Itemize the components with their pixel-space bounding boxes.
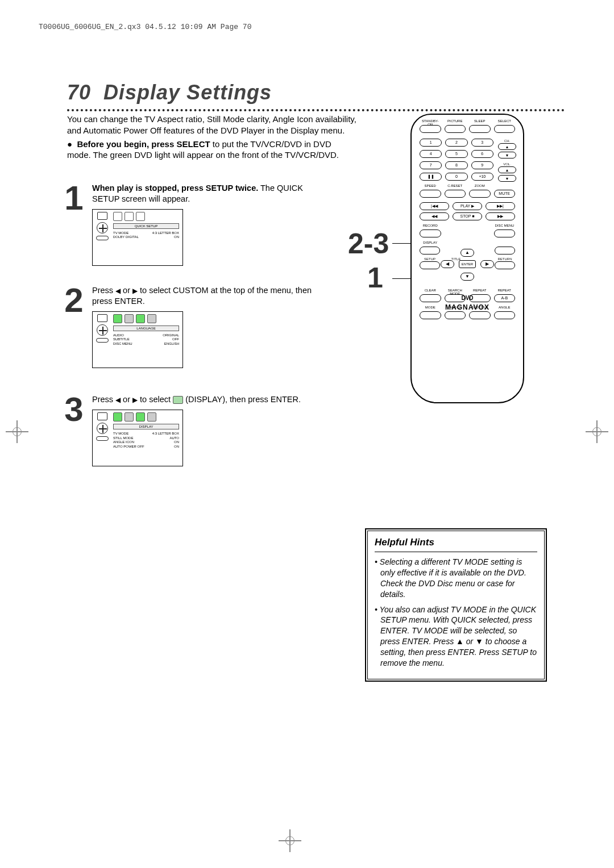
registration-mark-icon: [279, 829, 301, 852]
tv-icon: [97, 314, 107, 322]
title-divider: [67, 107, 565, 111]
record-button[interactable]: [420, 229, 441, 237]
nav-cross-icon: [97, 222, 108, 233]
s2-r2-r: OFF: [172, 337, 179, 342]
standby-button[interactable]: [420, 125, 441, 133]
display-screen: DISPLAY TV MODE4:3 LETTER BOX STILL MODE…: [92, 410, 183, 466]
num-4[interactable]: 4: [420, 150, 442, 158]
hint-2-text: You also can adjust TV MODE in the QUICK…: [380, 605, 537, 667]
bullet-icon: ●: [67, 139, 74, 150]
registration-mark-icon: [586, 420, 608, 443]
s1-row1-r: 4:3 LETTER BOX: [152, 231, 179, 236]
play-button[interactable]: PLAY ▶: [453, 202, 482, 210]
rewind-button[interactable]: ◀◀: [420, 212, 449, 220]
tv-icon: [97, 412, 107, 420]
num-0[interactable]: 0: [445, 173, 467, 181]
num-1[interactable]: 1: [420, 139, 442, 147]
s1-row2-r: ON: [174, 235, 179, 240]
dpad-left[interactable]: ◀: [441, 260, 454, 268]
angle-button[interactable]: [494, 311, 516, 319]
tab-display-icon: [125, 314, 134, 323]
blank-right-button[interactable]: [495, 247, 515, 254]
remote-body: STANDBY-ON PICTURE SLEEP SELECT 1 2 3 4 …: [410, 114, 524, 403]
triangle-left-icon: [115, 286, 121, 295]
label-setup: SETUP: [420, 257, 440, 261]
intro-paragraph: You can change the TV Aspect ratio, Stil…: [67, 114, 357, 136]
mute-button[interactable]: MUTE: [494, 190, 516, 198]
label-zoom: ZOOM: [469, 184, 491, 187]
num-9[interactable]: 9: [471, 161, 493, 169]
creset-button[interactable]: [445, 190, 466, 198]
s3-r4-l: AUTO POWER OFF: [113, 445, 144, 449]
s2-r3-l: DISC MENU: [113, 342, 132, 347]
step-number-1: 1: [57, 178, 91, 218]
callout-step-1: 1: [367, 261, 383, 294]
sleep-button[interactable]: [469, 125, 491, 133]
step3-pre: Press: [92, 395, 115, 404]
picture-button[interactable]: [445, 125, 466, 133]
num-2[interactable]: 2: [445, 139, 467, 147]
return-icon: [96, 236, 109, 240]
prev-track-button[interactable]: |◀◀: [420, 202, 449, 210]
ffwd-button[interactable]: ▶▶: [486, 212, 515, 220]
dpad-up[interactable]: ▲: [460, 249, 474, 257]
next-track-button[interactable]: ▶▶|: [486, 202, 515, 210]
label-disc-menu: DISC MENU: [494, 224, 516, 227]
hint-item: • Selecting a different TV MODE setting …: [375, 557, 537, 600]
s2-r1-r: ORIGINAL: [163, 333, 179, 338]
select-button[interactable]: [494, 125, 516, 133]
zoom-button[interactable]: [469, 190, 491, 198]
subtitle-button[interactable]: [469, 311, 491, 319]
label-display: DISPLAY: [420, 241, 441, 244]
step1-bold: When play is stopped, press SETUP twice.: [92, 183, 258, 193]
stop-button[interactable]: STOP ■: [453, 212, 482, 220]
enter-button[interactable]: ENTER: [459, 260, 476, 268]
plus-10[interactable]: +10: [471, 173, 493, 181]
tab-language-icon: [113, 314, 122, 323]
s3-r2-l: STILL MODE: [113, 436, 133, 441]
before-begin-bold: Before you begin, press SELECT: [77, 139, 210, 149]
step2-pre: Press: [92, 286, 115, 295]
vol-up[interactable]: ▲: [498, 166, 516, 173]
display-button[interactable]: [420, 247, 440, 254]
triangle-right-icon: [132, 286, 138, 295]
screen1-rows: TV MODE4:3 LETTER BOX DOLBY DIGITALON: [113, 231, 179, 240]
dpad-right[interactable]: ▶: [480, 260, 494, 268]
pause-button[interactable]: ❚❚: [420, 173, 442, 181]
num-5[interactable]: 5: [445, 150, 467, 158]
disc-menu-button[interactable]: [494, 229, 516, 237]
num-6[interactable]: 6: [471, 150, 493, 158]
return-icon: [96, 338, 109, 343]
hint-1-text: Selecting a different TV MODE setting is…: [380, 557, 526, 599]
triangle-right-icon: [132, 395, 138, 404]
brand-label: MAGNAVOX: [412, 303, 523, 311]
quick-setup-screen: QUICK SETUP TV MODE4:3 LETTER BOX DOLBY …: [92, 209, 183, 266]
tab-quick-icon: [113, 212, 122, 221]
ch-down[interactable]: ▼: [498, 152, 516, 158]
mode-button[interactable]: [420, 311, 441, 319]
return-button[interactable]: [495, 261, 515, 269]
dvd-logo: DVD: [412, 295, 523, 301]
dpad-down[interactable]: ▼: [460, 273, 474, 281]
audio-button[interactable]: [445, 311, 466, 319]
tab-display-icon: [125, 412, 134, 422]
callout-line: [392, 243, 410, 244]
screen1-header: QUICK SETUP: [113, 223, 179, 229]
return-icon: [96, 436, 109, 441]
ch-up[interactable]: ▲: [498, 143, 516, 150]
helpful-hints-box: Helpful Hints • Selecting a different TV…: [365, 528, 547, 682]
remote-illustration: 2-3 1 STANDBY-ON PICTURE SLEEP SELECT 1 …: [388, 114, 547, 415]
setup-button[interactable]: [420, 261, 440, 269]
label-creset: C.RESET: [445, 184, 466, 187]
tab-parental-icon: [136, 314, 145, 323]
step3-post2: (DISPLAY), then press ENTER.: [185, 395, 301, 404]
tab-others-icon: [147, 314, 156, 323]
vol-label: VOL.: [498, 162, 516, 166]
vol-down[interactable]: ▼: [498, 175, 516, 182]
label-record: RECORD: [420, 224, 441, 227]
num-8[interactable]: 8: [445, 161, 467, 169]
num-7[interactable]: 7: [420, 161, 442, 169]
s3-r1-r: 4:3 LETTER BOX: [152, 432, 179, 436]
speed-button[interactable]: [420, 190, 441, 198]
num-3[interactable]: 3: [471, 139, 493, 147]
